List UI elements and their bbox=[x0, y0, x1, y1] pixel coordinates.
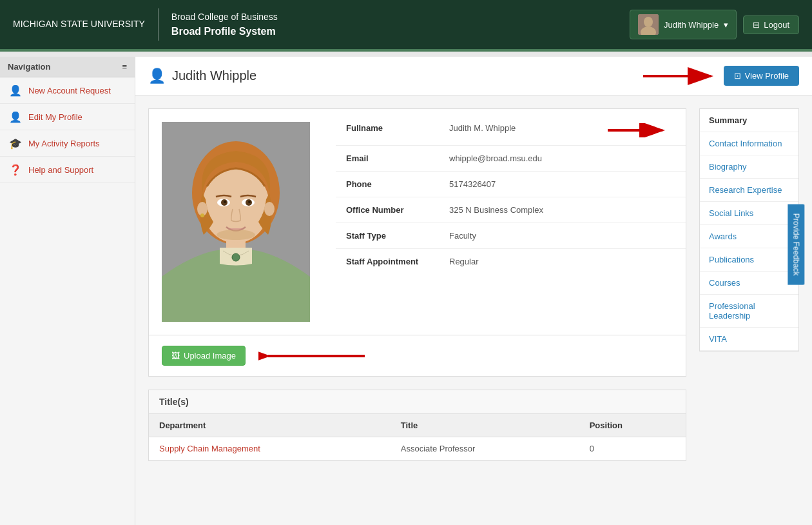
page-title-bar: 👤 Judith Whipple ⊡ View Profile bbox=[135, 57, 812, 95]
office-value: 325 N Business Complex bbox=[439, 197, 686, 223]
svg-point-14 bbox=[248, 201, 251, 203]
header-divider bbox=[158, 8, 159, 41]
view-profile-icon: ⊡ bbox=[734, 71, 741, 81]
logout-button[interactable]: ⊟ Logout bbox=[743, 15, 799, 34]
profile-photo-svg bbox=[162, 122, 310, 322]
main-content: 👤 Judith Whipple ⊡ View Profile bbox=[135, 57, 812, 525]
page-layout: Navigation ≡ 👤 New Account Request 👤 Edi… bbox=[0, 57, 812, 525]
sidebar: Navigation ≡ 👤 New Account Request 👤 Edi… bbox=[0, 57, 135, 525]
sidebar-collapse-icon[interactable]: ≡ bbox=[122, 62, 127, 72]
titles-header: Title(s) bbox=[149, 390, 686, 414]
svg-point-1 bbox=[644, 17, 653, 27]
view-profile-button[interactable]: ⊡ View Profile bbox=[724, 66, 799, 86]
staff-type-row: Staff Type Faculty bbox=[336, 223, 686, 249]
feedback-tab[interactable]: Provide Feedback bbox=[788, 204, 805, 285]
office-row: Office Number 325 N Business Complex bbox=[336, 197, 686, 223]
right-sidebar-item-research[interactable]: Research Expertise bbox=[700, 179, 798, 202]
content-area: Fullname Judith M. Whipple bbox=[135, 95, 812, 474]
right-sidebar: Summary Contact Information Biography Re… bbox=[699, 108, 799, 352]
user-name-label: Judith Whipple bbox=[664, 20, 719, 30]
university-logo: MICHIGAN STATE UNIVERSITY bbox=[13, 18, 145, 31]
right-sidebar-item-contact[interactable]: Contact Information bbox=[700, 132, 798, 155]
svg-point-13 bbox=[224, 201, 226, 203]
staff-type-value: Faculty bbox=[439, 223, 686, 249]
dept-link[interactable]: Supply Chain Management bbox=[159, 444, 260, 453]
logout-label: Logout bbox=[764, 20, 789, 30]
staff-type-label: Staff Type bbox=[336, 223, 439, 249]
help-icon: ❓ bbox=[9, 163, 22, 176]
staff-appointment-label: Staff Appointment bbox=[336, 249, 439, 275]
right-sidebar-item-leadership[interactable]: Professional Leadership bbox=[700, 295, 798, 328]
app-header: MICHIGAN STATE UNIVERSITY Broad College … bbox=[0, 0, 812, 52]
sidebar-item-new-account[interactable]: 👤 New Account Request bbox=[0, 77, 135, 104]
arrow-to-view-profile bbox=[640, 66, 717, 86]
dept-cell: Supply Chain Management bbox=[149, 437, 391, 461]
right-sidebar-item-biography[interactable]: Biography bbox=[700, 155, 798, 179]
titles-table: Department Title Position Supply Chain M… bbox=[149, 414, 686, 461]
user-menu-button[interactable]: Judith Whipple ▾ bbox=[630, 10, 737, 39]
system-title: Broad Profile System bbox=[171, 24, 278, 39]
staff-appointment-value: Regular bbox=[439, 249, 686, 275]
right-sidebar-item-awards[interactable]: Awards bbox=[700, 225, 798, 248]
header-right: Judith Whipple ▾ ⊟ Logout bbox=[630, 10, 799, 39]
upload-image-button[interactable]: 🖼 Upload Image bbox=[162, 346, 246, 366]
image-icon: 🖼 bbox=[171, 351, 180, 361]
page-person-icon: 👤 bbox=[148, 68, 166, 84]
sidebar-label-activity-reports: My Activity Reports bbox=[28, 139, 100, 148]
email-row: Email whipple@broad.msu.edu bbox=[336, 146, 686, 172]
col-department: Department bbox=[149, 414, 391, 437]
right-sidebar-item-courses[interactable]: Courses bbox=[700, 272, 798, 295]
titles-section: Title(s) Department Title Position Suppl… bbox=[148, 390, 686, 461]
profile-section: Fullname Judith M. Whipple bbox=[148, 108, 686, 461]
right-sidebar-item-publications[interactable]: Publications bbox=[700, 248, 798, 272]
svg-point-17 bbox=[200, 213, 204, 217]
navigation-label: Navigation bbox=[8, 62, 50, 72]
fullname-value-cell: Judith M. Whipple bbox=[439, 115, 686, 146]
col-position: Position bbox=[579, 414, 686, 437]
sidebar-header: Navigation ≡ bbox=[0, 57, 135, 77]
profile-top-card: Fullname Judith M. Whipple bbox=[148, 108, 686, 335]
svg-point-19 bbox=[217, 230, 255, 240]
person-icon-2: 👤 bbox=[9, 110, 22, 123]
position-cell: 0 bbox=[579, 437, 686, 461]
page-title-text: Judith Whipple bbox=[172, 68, 256, 83]
arrow-to-upload bbox=[258, 348, 368, 364]
header-left: MICHIGAN STATE UNIVERSITY Broad College … bbox=[13, 8, 278, 41]
upload-label: Upload Image bbox=[184, 351, 236, 361]
university-suffix: UNIVERSITY bbox=[88, 19, 145, 29]
col-title: Title bbox=[391, 414, 579, 437]
sidebar-item-help[interactable]: ❓ Help and Support bbox=[0, 157, 135, 183]
svg-point-16 bbox=[264, 202, 275, 216]
sub-header-bar bbox=[0, 52, 812, 57]
right-sidebar-item-vita[interactable]: VITA bbox=[700, 328, 798, 351]
profile-photo bbox=[162, 122, 310, 322]
title-cell: Associate Professor bbox=[391, 437, 579, 461]
fullname-row: Fullname Judith M. Whipple bbox=[336, 115, 686, 146]
profile-info-col: Fullname Judith M. Whipple bbox=[336, 109, 686, 335]
view-profile-label: View Profile bbox=[745, 71, 789, 81]
logout-icon: ⊟ bbox=[753, 20, 760, 30]
info-table: Fullname Judith M. Whipple bbox=[336, 115, 686, 274]
college-name: Broad College of Business bbox=[171, 10, 278, 24]
fullname-label: Fullname bbox=[336, 115, 439, 146]
sidebar-label-new-account: New Account Request bbox=[28, 86, 111, 95]
sidebar-label-edit-profile: Edit My Profile bbox=[28, 112, 82, 122]
avatar bbox=[638, 14, 659, 35]
university-name: MICHIGAN STATE UNIVERSITY bbox=[13, 18, 145, 31]
fullname-value: Judith M. Whipple bbox=[449, 123, 516, 133]
person-icon-1: 👤 bbox=[9, 84, 22, 97]
sidebar-item-edit-profile[interactable]: 👤 Edit My Profile bbox=[0, 104, 135, 130]
table-row: Supply Chain Management Associate Profes… bbox=[149, 437, 686, 461]
arrow-to-summary bbox=[604, 123, 669, 137]
right-sidebar-item-summary[interactable]: Summary bbox=[700, 109, 798, 132]
email-value: whipple@broad.msu.edu bbox=[439, 146, 686, 172]
sidebar-item-activity-reports[interactable]: 🎓 My Activity Reports bbox=[0, 130, 135, 157]
svg-point-18 bbox=[232, 253, 240, 261]
sidebar-label-help: Help and Support bbox=[28, 165, 93, 175]
graduation-icon: 🎓 bbox=[9, 137, 22, 150]
phone-value: 5174326407 bbox=[439, 172, 686, 197]
dropdown-icon: ▾ bbox=[724, 20, 728, 30]
system-name: Broad College of Business Broad Profile … bbox=[171, 10, 278, 39]
upload-section: 🖼 Upload Image bbox=[148, 335, 686, 377]
right-sidebar-item-social[interactable]: Social Links bbox=[700, 202, 798, 225]
